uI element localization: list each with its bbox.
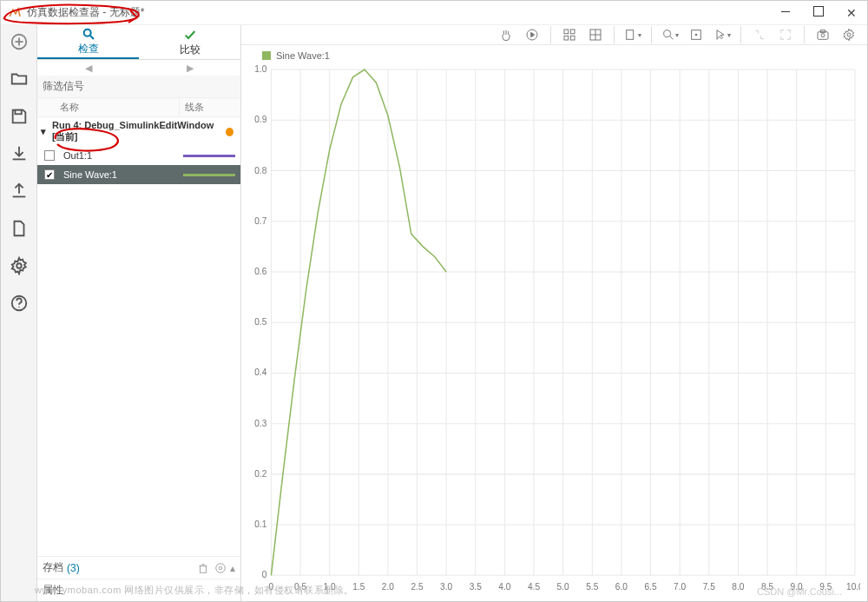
svg-text:7.5: 7.5 xyxy=(703,582,715,592)
svg-point-11 xyxy=(83,29,90,36)
svg-point-31 xyxy=(695,34,698,36)
open-folder-button[interactable] xyxy=(10,69,29,91)
legend-label: Sine Wave:1 xyxy=(276,50,330,61)
nav-back-button[interactable]: ◀ xyxy=(85,63,92,74)
svg-point-17 xyxy=(216,563,226,572)
svg-point-10 xyxy=(18,307,19,308)
svg-text:0.4: 0.4 xyxy=(254,367,266,377)
chart-legend: Sine Wave:1 xyxy=(241,45,867,63)
svg-point-8 xyxy=(16,263,22,268)
link-axes-button[interactable] xyxy=(750,25,769,44)
tab-inspect[interactable]: 检查 xyxy=(37,25,139,59)
window-maximize-button[interactable] xyxy=(810,6,827,20)
tab-compare[interactable]: 比较 xyxy=(139,25,240,59)
titlebar: 仿真数据检查器 - 无标题* ✕ xyxy=(1,1,867,25)
matlab-app-icon xyxy=(8,6,22,20)
export-button[interactable] xyxy=(10,182,29,203)
svg-rect-27 xyxy=(627,30,634,40)
run-row[interactable]: ▾ Run 4: Debug_SimulinkEditWindow [当前] xyxy=(37,117,240,146)
pan-tool-button[interactable] xyxy=(496,25,516,44)
run-label: Run 4: Debug_SimulinkEditWindow [当前] xyxy=(52,120,222,143)
chart-plot[interactable]: 00.51.01.52.02.53.03.54.04.55.05.56.06.5… xyxy=(245,64,860,595)
svg-point-28 xyxy=(664,30,671,37)
svg-text:5.0: 5.0 xyxy=(557,582,569,592)
filter-signals-input[interactable]: 筛选信号 xyxy=(37,76,240,98)
watermark-author: CSDN @Mr.Cousi... xyxy=(757,586,842,597)
svg-rect-21 xyxy=(570,30,575,34)
chart-toolbar: ▾ ▾ ▾ xyxy=(241,25,867,45)
svg-text:0.2: 0.2 xyxy=(254,469,266,479)
import-button[interactable] xyxy=(10,144,29,166)
play-step-button[interactable] xyxy=(523,25,542,44)
fullscreen-button[interactable] xyxy=(776,25,795,44)
archive-row[interactable]: 存档 (3) ▴ xyxy=(37,556,240,579)
signal-row-sinewave[interactable]: ✔ Sine Wave:1 xyxy=(37,165,240,184)
svg-text:1.5: 1.5 xyxy=(352,582,365,592)
layout-split-button[interactable] xyxy=(586,25,605,44)
svg-text:8.0: 8.0 xyxy=(732,582,744,592)
chevron-up-icon[interactable]: ▴ xyxy=(230,562,235,574)
svg-rect-20 xyxy=(564,30,569,34)
fit-to-view-button[interactable] xyxy=(687,25,706,44)
left-rail xyxy=(1,25,37,601)
trash-icon[interactable] xyxy=(197,562,209,574)
svg-text:5.5: 5.5 xyxy=(586,582,598,592)
svg-point-34 xyxy=(821,34,825,37)
svg-marker-32 xyxy=(717,30,724,40)
svg-marker-19 xyxy=(531,32,535,36)
signal-row-out1[interactable]: Out1:1 xyxy=(37,146,240,165)
caret-down-icon[interactable]: ▾ xyxy=(41,126,49,137)
svg-text:3.0: 3.0 xyxy=(440,582,452,592)
axes-settings-button[interactable]: ▾ xyxy=(623,25,642,44)
archive-count: (3) xyxy=(67,562,80,574)
watermark-text: www. ymoban.com 网络图片仅供展示，非存储，如有侵权请联系删除。 xyxy=(35,584,354,597)
window-title: 仿真数据检查器 - 无标题* xyxy=(27,5,777,20)
svg-rect-22 xyxy=(564,36,569,40)
svg-text:2.0: 2.0 xyxy=(382,582,394,592)
svg-rect-35 xyxy=(820,30,825,33)
tab-inspect-label: 检查 xyxy=(78,42,99,56)
signal-name: Sine Wave:1 xyxy=(60,169,178,180)
column-line-header[interactable]: 线条 xyxy=(180,98,240,116)
save-button[interactable] xyxy=(10,107,29,129)
svg-text:6.0: 6.0 xyxy=(615,582,628,592)
layout-grid-button[interactable] xyxy=(560,25,579,44)
snapshot-button[interactable] xyxy=(813,25,832,44)
zoom-button[interactable]: ▾ xyxy=(661,25,680,44)
nav-forward-button[interactable]: ▶ xyxy=(187,63,194,74)
signal-checkbox[interactable]: ✔ xyxy=(44,169,55,180)
svg-rect-13 xyxy=(201,566,207,572)
cursor-tool-button[interactable]: ▾ xyxy=(713,25,732,44)
svg-point-16 xyxy=(219,566,222,570)
new-file-button[interactable] xyxy=(10,219,29,241)
add-run-button[interactable] xyxy=(10,32,29,54)
signal-color-swatch xyxy=(183,155,235,157)
chart-area: ▾ ▾ ▾ Sine Wave:1 00.51.01.52.02.53.03.5… xyxy=(241,25,867,601)
svg-text:4.0: 4.0 xyxy=(498,582,510,592)
svg-text:0.6: 0.6 xyxy=(254,267,266,276)
svg-text:10.0: 10.0 xyxy=(846,582,860,592)
help-button[interactable] xyxy=(10,294,29,315)
gear-icon[interactable] xyxy=(214,562,227,574)
archive-label: 存档 xyxy=(43,560,63,575)
svg-rect-23 xyxy=(570,36,575,40)
signal-name: Out1:1 xyxy=(60,150,178,161)
column-name-header[interactable]: 名称 xyxy=(37,98,180,116)
run-status-dot xyxy=(226,128,233,136)
signal-checkbox[interactable] xyxy=(44,150,55,161)
svg-line-29 xyxy=(670,36,673,39)
svg-text:6.5: 6.5 xyxy=(644,582,656,592)
svg-text:7.0: 7.0 xyxy=(674,582,686,592)
svg-point-36 xyxy=(847,33,851,36)
settings-button[interactable] xyxy=(10,256,29,278)
signal-tree: ▾ Run 4: Debug_SimulinkEditWindow [当前] O… xyxy=(37,117,240,556)
inspector-panel: 检查 比较 ◀ ▶ 筛选信号 名称 线条 ▾ Run 4: Debug_Simu… xyxy=(37,25,241,601)
svg-text:0.7: 0.7 xyxy=(254,216,266,226)
window-close-button[interactable]: ✕ xyxy=(843,6,860,20)
tab-compare-label: 比较 xyxy=(180,43,201,57)
svg-text:2.5: 2.5 xyxy=(411,582,423,592)
svg-text:0.5: 0.5 xyxy=(254,317,266,327)
window-minimize-button[interactable] xyxy=(777,6,794,20)
toolbar-settings-button[interactable] xyxy=(839,25,858,44)
svg-rect-3 xyxy=(15,110,21,115)
